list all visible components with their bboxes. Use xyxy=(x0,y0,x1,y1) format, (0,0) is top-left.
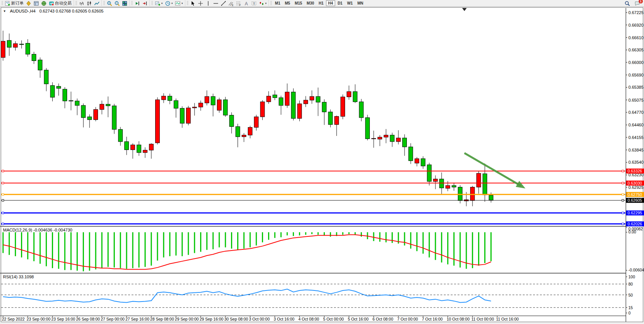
candle-body xyxy=(242,135,246,137)
new-order-button[interactable]: 新订单 xyxy=(4,0,25,6)
tile-windows-button[interactable] xyxy=(121,0,128,6)
chart-ohlc-values: 0.62743 0.62768 0.62605 0.62605 xyxy=(39,9,103,13)
candle-body xyxy=(143,150,147,152)
toolbar-grip[interactable] xyxy=(103,1,105,6)
price-axis-zone[interactable] xyxy=(626,8,644,322)
line-chart-button[interactable] xyxy=(93,0,101,6)
hline-handle[interactable] xyxy=(622,223,624,225)
svg-text:F: F xyxy=(239,3,241,6)
timeframe-m15-button[interactable]: M15 xyxy=(292,0,304,6)
timeframe-m5-button[interactable]: M5 xyxy=(283,0,292,6)
notifications-button[interactable]: 1 xyxy=(633,0,641,6)
trendline-button[interactable] xyxy=(220,0,227,6)
timeframe-h1-button[interactable]: H1 xyxy=(316,0,326,6)
candle-body xyxy=(390,135,394,142)
chevron-down-icon[interactable]: ▾ xyxy=(181,2,183,5)
text-label-button[interactable]: T xyxy=(250,0,258,6)
toolbar-grip[interactable] xyxy=(187,1,188,6)
trend-arrow[interactable] xyxy=(464,153,521,186)
profiles-button[interactable]: ▾ xyxy=(164,0,174,6)
candle-body xyxy=(26,43,30,54)
hline-handle[interactable] xyxy=(2,223,4,225)
chart-shift-button[interactable] xyxy=(141,0,149,6)
bar-chart-button[interactable] xyxy=(78,0,85,6)
indicators-list-icon xyxy=(175,1,180,6)
timeframe-h4-button[interactable]: H4 xyxy=(326,0,336,6)
indicators-list-button[interactable]: ▾ xyxy=(174,0,184,6)
chart-symbol-period: AUDUSD-,H4 xyxy=(10,9,35,13)
candle-body xyxy=(186,108,191,123)
chevron-down-icon[interactable]: ▾ xyxy=(172,2,173,5)
timeframe-m30-button[interactable]: M30 xyxy=(304,0,316,6)
candle-body xyxy=(7,40,11,47)
chart-shift-marker[interactable] xyxy=(462,8,467,11)
timeframe-w1-button[interactable]: W1 xyxy=(345,0,355,6)
candle-body xyxy=(156,100,160,143)
candle-body xyxy=(267,96,271,102)
candle-body xyxy=(168,96,172,101)
timeframe-d1-button[interactable]: D1 xyxy=(335,0,345,6)
toolbar-grip[interactable] xyxy=(131,1,133,6)
text-button[interactable]: A xyxy=(243,0,250,6)
candle-body xyxy=(291,92,296,118)
toolbar-grip[interactable] xyxy=(2,1,3,6)
equidistant-channel-button[interactable]: E xyxy=(227,0,235,6)
horizontal-line-icon xyxy=(213,1,218,6)
new-chart-button[interactable]: ▾ xyxy=(154,0,164,6)
autotrading-icon xyxy=(49,1,54,6)
candle-body xyxy=(304,100,308,104)
zoom-in-button[interactable] xyxy=(106,0,113,6)
data-window-button[interactable] xyxy=(32,0,40,6)
hline-handle[interactable] xyxy=(622,200,624,201)
hline-handle[interactable] xyxy=(2,212,4,214)
hline-handle[interactable] xyxy=(2,182,4,184)
candle-body xyxy=(248,128,252,135)
trend-arrow-head[interactable] xyxy=(516,181,525,188)
cursor-button[interactable] xyxy=(189,0,197,6)
hline-handle[interactable] xyxy=(2,193,4,195)
candle-body xyxy=(199,103,203,107)
hline-handle[interactable] xyxy=(622,212,624,214)
equidistant-channel-icon: E xyxy=(228,1,234,6)
arrows-button[interactable]: ▾ xyxy=(258,0,268,6)
toolbar-grip[interactable] xyxy=(151,1,153,6)
market-watch-icon xyxy=(26,1,31,6)
toolbar-grip[interactable] xyxy=(270,1,272,6)
hline-handle[interactable] xyxy=(622,182,624,184)
candle-body xyxy=(118,129,122,142)
chevron-down-icon[interactable]: ▾ xyxy=(265,2,267,5)
chart-dropdown-icon[interactable]: ▼ xyxy=(3,10,6,13)
market-watch-button[interactable] xyxy=(25,0,32,6)
candle-chart-button[interactable] xyxy=(85,0,93,6)
candle-body xyxy=(87,117,92,120)
tile-windows-icon xyxy=(122,1,127,6)
toolbar-grip[interactable] xyxy=(75,1,77,6)
candle-chart-icon xyxy=(87,1,92,6)
macd-indicator-label: MACD(12,26,9) -0.004636 -0.004730 xyxy=(3,228,72,232)
notification-badge: 1 xyxy=(639,0,643,3)
time-axis-zone[interactable] xyxy=(0,316,626,322)
hline-handle[interactable] xyxy=(2,170,4,172)
data-window-icon xyxy=(34,1,39,6)
hline-handle[interactable] xyxy=(622,193,624,195)
line-chart-icon xyxy=(94,1,100,6)
crosshair-button[interactable] xyxy=(197,0,204,6)
navigator-button[interactable] xyxy=(40,0,48,6)
hline-handle[interactable] xyxy=(2,200,4,201)
toolbar-group-scroll xyxy=(129,0,149,7)
timeframe-mn-button[interactable]: MN xyxy=(355,0,366,6)
zoom-out-button[interactable] xyxy=(113,0,121,6)
hline-handle[interactable] xyxy=(622,170,624,172)
fibonacci-button[interactable]: F xyxy=(235,0,243,6)
candle-body xyxy=(217,100,222,110)
chevron-down-icon[interactable]: ▾ xyxy=(161,2,163,5)
horizontal-line-button[interactable] xyxy=(212,0,220,6)
timeframe-m1-button[interactable]: M1 xyxy=(273,0,283,6)
chart-titlebar[interactable]: ▼ AUDUSD-,H4 0.62743 0.62768 0.62605 0.6… xyxy=(3,9,103,13)
candle-body xyxy=(69,101,73,101)
search-button[interactable] xyxy=(623,0,631,6)
cursor-icon xyxy=(190,1,196,6)
vertical-line-button[interactable] xyxy=(204,0,212,6)
autotrading-button[interactable]: 自动交易 xyxy=(48,0,73,6)
auto-scroll-button[interactable] xyxy=(133,0,141,6)
